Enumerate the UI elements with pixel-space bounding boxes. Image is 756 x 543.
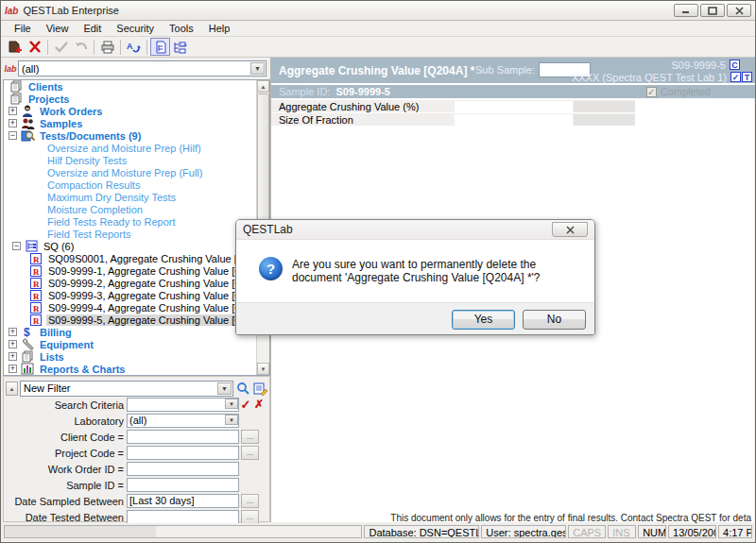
- dialog-title: QESTLab: [243, 223, 293, 236]
- tree-item[interactable]: RS09-9999-4, Aggregate Crushing Value [Q…: [4, 301, 269, 314]
- document-title: Aggregate Crushing Value [Q204A] *: [271, 58, 474, 83]
- tree-item[interactable]: Hilf Density Tests: [4, 154, 269, 166]
- expand-icon[interactable]: +: [9, 352, 17, 361]
- clear-filter-icon[interactable]: ✗: [252, 398, 266, 412]
- tree-item[interactable]: Clients: [4, 80, 269, 93]
- edit-filter-icon[interactable]: [252, 381, 267, 396]
- tree-item[interactable]: +Lists: [4, 350, 269, 363]
- completed-checkbox[interactable]: ✓: [646, 87, 657, 97]
- tree-item[interactable]: +Work Orders: [4, 105, 269, 117]
- maximize-button[interactable]: [700, 4, 725, 17]
- confirm-icon[interactable]: [51, 38, 71, 56]
- tree-item[interactable]: Oversize and Moisture Prep (Hilf): [4, 142, 269, 154]
- tree-item[interactable]: RS09-9999-1, Aggregate Crushing Value [Q…: [4, 264, 269, 277]
- browse-button[interactable]: ...: [241, 446, 259, 460]
- tree-item[interactable]: Moisture Completion: [4, 203, 269, 215]
- expand-icon[interactable]: +: [9, 107, 17, 115]
- app-logo-icon: lab: [5, 6, 18, 16]
- badge-c-icon[interactable]: C: [730, 59, 740, 70]
- collapse-icon[interactable]: −: [9, 131, 17, 140]
- tree-item[interactable]: Compaction Results: [4, 178, 269, 191]
- tree-item[interactable]: RS09-9999-2, Aggregate Crushing Value [Q…: [4, 277, 269, 289]
- collapse-filter-icon[interactable]: ▲: [6, 382, 18, 396]
- svg-text:$: $: [24, 326, 30, 338]
- filter-combobox[interactable]: [127, 398, 239, 412]
- tree-item[interactable]: +$Billing: [4, 326, 269, 338]
- filter-input[interactable]: [Last 30 days]: [127, 494, 239, 508]
- svg-text:R: R: [33, 303, 40, 313]
- menu-file[interactable]: File: [7, 22, 39, 35]
- tree-item-label: Billing: [38, 327, 74, 338]
- status-panel: NUM: [638, 525, 666, 538]
- tree-item[interactable]: Field Tests Ready to Report: [4, 215, 269, 228]
- chevron-down-icon[interactable]: ▼: [225, 399, 238, 409]
- filter-input[interactable]: [127, 462, 239, 476]
- expand-icon[interactable]: +: [9, 340, 17, 348]
- apply-filter-icon[interactable]: ✓: [239, 398, 252, 412]
- menu-view[interactable]: View: [39, 22, 77, 35]
- status-panel: CAPS: [568, 525, 606, 538]
- tree-item[interactable]: −SQ (6): [4, 240, 269, 252]
- lab-logo-icon: lab: [3, 64, 18, 74]
- svg-text:R: R: [33, 291, 40, 300]
- acv-percent-input[interactable]: [455, 101, 573, 112]
- collapse-icon[interactable]: −: [12, 242, 21, 250]
- new-document-icon[interactable]: [5, 38, 25, 56]
- menu-edit[interactable]: Edit: [76, 22, 109, 35]
- tree-item[interactable]: +Reports & Charts: [4, 363, 269, 375]
- filter-input[interactable]: [127, 430, 239, 444]
- chevron-down-icon[interactable]: ▼: [225, 415, 238, 425]
- expand-icon[interactable]: +: [9, 119, 17, 127]
- tree-item[interactable]: Oversize and Moisture Prep (Full): [4, 166, 269, 178]
- minimize-button[interactable]: [674, 4, 698, 17]
- menu-security[interactable]: Security: [109, 22, 162, 35]
- expand-icon[interactable]: +: [9, 328, 17, 336]
- browse-button[interactable]: ...: [241, 430, 259, 444]
- browse-button[interactable]: ...: [241, 494, 259, 508]
- tree-item[interactable]: +Samples: [4, 117, 269, 129]
- filter-combobox[interactable]: (all): [127, 414, 239, 428]
- dialog-close-button[interactable]: [552, 222, 588, 237]
- close-button[interactable]: [727, 4, 751, 17]
- filter-input[interactable]: [127, 510, 239, 524]
- tree-item[interactable]: RS09-9999-3, Aggregate Crushing Value [Q…: [4, 289, 269, 301]
- tree-item-label: Tests/Documents (9): [38, 130, 143, 142]
- expand-icon[interactable]: +: [9, 365, 17, 373]
- filter-input[interactable]: [127, 478, 239, 492]
- dialog-no-button[interactable]: No: [523, 310, 586, 330]
- menu-help[interactable]: Help: [201, 22, 238, 35]
- print-icon[interactable]: [97, 38, 117, 56]
- undo-icon[interactable]: [71, 38, 91, 56]
- tree-item[interactable]: −Tests/Documents (9): [4, 129, 269, 142]
- tree-item[interactable]: Projects: [4, 93, 269, 105]
- browse-button[interactable]: ...: [241, 510, 259, 524]
- sample-id-bar: Sample ID: S09-9999-5 ✓ Completed: [271, 85, 755, 98]
- scope-combobox[interactable]: (all) ▼: [18, 60, 266, 76]
- delete-icon[interactable]: [25, 38, 44, 56]
- filter-input[interactable]: [127, 446, 239, 460]
- tree-item[interactable]: Maximum Dry Density Tests: [4, 191, 269, 203]
- filter-label: Search Criteria: [4, 399, 127, 411]
- sort-icon[interactable]: A: [124, 38, 144, 56]
- badge-t-icon[interactable]: T: [742, 72, 752, 82]
- scroll-down-icon[interactable]: ▼: [257, 363, 269, 375]
- tree-item[interactable]: +Equipment: [4, 338, 269, 350]
- dialog-yes-button[interactable]: Yes: [452, 310, 515, 330]
- menu-tools[interactable]: Tools: [162, 22, 201, 35]
- tree-item[interactable]: Field Test Reports: [4, 228, 269, 240]
- scroll-up-icon[interactable]: ▲: [257, 80, 269, 93]
- tree-item[interactable]: RS09-9999-5, Aggregate Crushing Value [Q…: [4, 314, 269, 326]
- chevron-down-icon[interactable]: ▼: [250, 62, 265, 75]
- lab-tree-view-icon[interactable]: Lab: [170, 38, 190, 56]
- filter-name-combobox[interactable]: New Filter ▼: [20, 381, 233, 397]
- size-of-fraction-input[interactable]: [455, 114, 573, 126]
- chevron-down-icon[interactable]: ▼: [217, 382, 232, 395]
- tree-item[interactable]: RSQ09S0001, Aggregate Crushing Value [Q2…: [4, 252, 269, 264]
- tree-view-icon[interactable]: [150, 38, 170, 56]
- badge-check-icon[interactable]: ✓: [730, 72, 741, 82]
- search-icon[interactable]: [235, 381, 250, 396]
- main-toolbar: A Lab: [1, 37, 755, 58]
- navigation-panel: lab (all) ▼ ClientsProjects+Work Orders+…: [3, 58, 270, 522]
- navigation-tree: ClientsProjects+Work Orders+Samples−Test…: [3, 79, 270, 376]
- filter-panel: ▲ New Filter ▼ Search Criteria▼✓✗Laborat…: [3, 376, 270, 522]
